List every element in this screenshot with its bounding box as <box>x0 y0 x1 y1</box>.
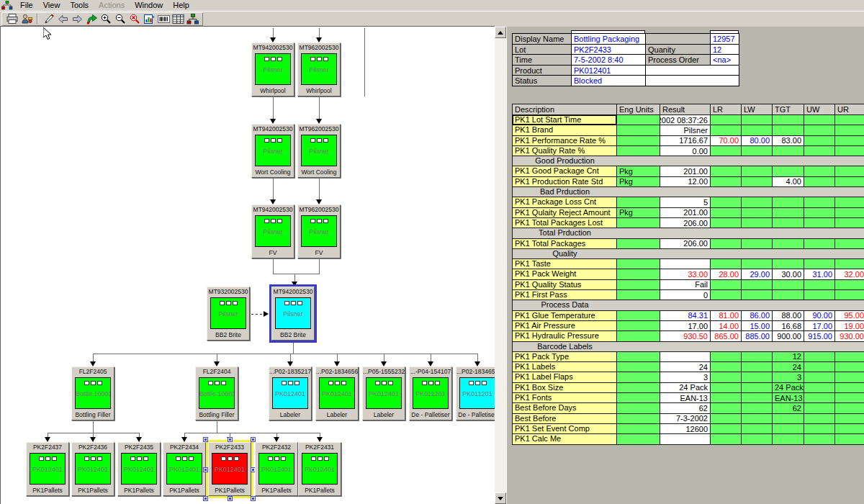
row-label[interactable]: PK1 Air Pressure <box>513 321 617 331</box>
results-header-row: DescriptionEng UnitsResultLRLWTGTUWUR <box>513 104 864 115</box>
toolbar-edit-button[interactable] <box>41 13 55 24</box>
column-header-uw: UW <box>804 104 835 115</box>
cell-eng <box>617 280 660 290</box>
menu-help[interactable]: Help <box>168 1 194 9</box>
menu-window[interactable]: Window <box>130 1 168 9</box>
row-label[interactable]: PK1 First Pass <box>513 290 617 300</box>
scrollbar-down-button[interactable] <box>495 492 506 504</box>
row-label[interactable]: PK1 Package Loss Cnt <box>513 197 617 207</box>
cell-result: 201.00 <box>660 166 711 176</box>
cell-tgt: 16.68 <box>773 321 804 331</box>
cell-lr <box>711 280 742 290</box>
table-row: PK1 Pack Weight33.0028.0029.0030.0031.00… <box>513 269 864 279</box>
lot-node-p021834656[interactable]: ...P02-1834656PK012401Labeler <box>315 366 359 420</box>
scrollbar-up-button[interactable] <box>495 27 506 38</box>
node-product-label: Pilsner <box>256 228 290 235</box>
lot-node-pk2f2433[interactable]: PK2F2433PK012401PK1Pallets <box>208 442 251 496</box>
section-header: Good Production <box>513 156 864 166</box>
selection-handle[interactable] <box>228 437 233 442</box>
selection-handle[interactable] <box>251 437 256 442</box>
row-label[interactable]: PK1 Labels <box>513 362 617 372</box>
toolbar-forward-button[interactable] <box>70 13 84 24</box>
row-label[interactable]: PK1 Glue Temperature <box>513 311 617 321</box>
lot-node-p051555232[interactable]: ...P05-1555232PK012401Labeler <box>362 366 405 420</box>
node-status-square <box>264 57 269 61</box>
row-label[interactable]: PK1 Production Rate Std <box>513 177 617 187</box>
lot-node-p021834656[interactable]: ...P02-1834656PK011201De - Palletiser <box>456 366 495 420</box>
lot-node-mt942002530[interactable]: MT942002530PilsnerFV <box>251 204 294 258</box>
lot-node-mt942002530[interactable]: MT942002530PilsnerWort Cooling <box>251 124 294 178</box>
toolbar-permissions-button[interactable] <box>19 13 34 24</box>
selection-handle[interactable] <box>251 496 256 501</box>
row-label[interactable]: PK1 Quality Rate % <box>513 146 617 156</box>
menu-file[interactable]: File <box>15 1 38 9</box>
row-label[interactable]: PK1 Pack Weight <box>513 269 617 279</box>
toolbar-barcode-button[interactable] <box>156 13 171 24</box>
row-label[interactable]: PK1 Set Event Comp <box>513 424 617 434</box>
section-header: Quality <box>513 249 864 259</box>
row-label[interactable]: PK1 Performance Rate % <box>513 136 617 146</box>
row-label[interactable]: PK1 Calc Me <box>513 434 617 444</box>
selection-handle[interactable] <box>203 437 208 442</box>
lot-node-pk2f2435[interactable]: PK2F2435PK012401PK1Pallets <box>117 442 161 496</box>
toolbar-report-button[interactable] <box>142 13 156 24</box>
menu-actions[interactable]: Actions <box>94 1 130 9</box>
row-label[interactable]: PK1 Qulaity Reject Amount <box>513 208 617 218</box>
row-label[interactable]: PK1 Good Package Cnt <box>513 166 617 176</box>
selection-handle[interactable] <box>203 467 208 472</box>
toolbar-zoom-in-button[interactable] <box>99 13 113 24</box>
lot-node-mt942002530[interactable]: MT942002530PilsnerBB2 Brite <box>271 287 315 341</box>
row-label[interactable]: PK1 Label Flaps <box>513 372 617 382</box>
row-label[interactable]: PK1 Lot Start Time <box>513 115 617 125</box>
node-status-square <box>91 381 96 385</box>
lot-node-mt962002530[interactable]: MT962002530PilsnerWort Cooling <box>297 124 341 178</box>
lot-node-p021835217[interactable]: ...P02-1835217PK012401Labeler <box>269 366 312 420</box>
row-label[interactable]: PK1 Quality Status <box>513 280 617 290</box>
lot-node-pk2f2431[interactable]: PK2F2431PK012401PK1Pallets <box>298 442 341 496</box>
toolbar-print-button[interactable] <box>5 13 19 24</box>
menu-tools[interactable]: Tools <box>65 1 94 9</box>
tree-scrollbar-track[interactable] <box>495 27 506 504</box>
selection-handle[interactable] <box>203 496 208 501</box>
selection-handle[interactable] <box>228 496 233 501</box>
lot-node-mt942002530[interactable]: MT942002530PilsnerWhirlpool <box>251 42 294 96</box>
row-label[interactable]: PK1 Pack Type <box>513 352 617 362</box>
lot-node-mt962002530[interactable]: MT962002530PilsnerWhirlpool <box>297 42 341 96</box>
row-label[interactable]: Best Before <box>513 414 617 424</box>
cell-eng <box>617 218 660 228</box>
row-label[interactable]: PK1 Box Size <box>513 383 617 393</box>
lot-node-mt932002530[interactable]: MT932002530PilsnerBB2 Brite <box>207 287 250 341</box>
node-id-label: ...-P04-154107 <box>410 367 451 377</box>
lot-node-pk2f2432[interactable]: PK2F2432PK012401PK1Pallets <box>255 442 298 496</box>
lot-node-pk2f2436[interactable]: PK2F2436PK012401PK1Pallets <box>71 442 114 496</box>
node-status-square <box>388 381 393 385</box>
node-status-square <box>264 138 269 143</box>
lot-node-fl2f2405[interactable]: FL2F2405Bottle 10003Bottling Filler <box>71 366 114 420</box>
lot-node-fl2f2404[interactable]: FL2F2404Bottle 10003Bottling Filler <box>195 366 238 420</box>
toolbar-grid-button[interactable] <box>171 13 185 24</box>
lot-node-pk2f2434[interactable]: PK2F2434PK012401PK1Pallets <box>163 442 206 496</box>
toolbar-zoom-out-button[interactable] <box>113 13 127 24</box>
row-label[interactable]: PK1 Taste <box>513 259 617 269</box>
node-id-label: MT962002530 <box>298 205 340 215</box>
cell-ur <box>835 259 864 269</box>
row-label[interactable]: PK1 Total Packages <box>513 239 617 249</box>
table-row: Best Before Days6262 <box>513 403 864 413</box>
row-label[interactable]: PK1 Brand <box>513 125 617 135</box>
lot-node-mt962002530[interactable]: MT962002530PilsnerFV <box>297 204 341 258</box>
row-label[interactable]: Best Before Days <box>513 403 617 413</box>
row-label[interactable]: PK1 Fonts <box>513 393 617 403</box>
row-label[interactable]: PK1 Hydraulic Pressure <box>513 331 617 341</box>
cell-lr: 70.00 <box>711 136 742 146</box>
node-status-square <box>215 381 220 385</box>
cell-eng <box>617 352 660 362</box>
toolbar-go-button[interactable] <box>84 13 99 24</box>
node-status-square <box>264 219 269 223</box>
toolbar-back-button[interactable] <box>55 13 70 24</box>
row-label[interactable]: PK1 Total Packages Lost <box>513 218 617 228</box>
lot-node-pk2f2437[interactable]: PK2F2437PK012401PK1Pallets <box>26 442 69 496</box>
menu-view[interactable]: View <box>38 1 66 9</box>
lot-node-p04154107[interactable]: ...-P04-154107PK011201De - Palletiser <box>409 366 452 420</box>
toolbar-zoom-reset-button[interactable] <box>127 13 142 24</box>
toolbar-genealogy-button[interactable] <box>185 13 199 24</box>
